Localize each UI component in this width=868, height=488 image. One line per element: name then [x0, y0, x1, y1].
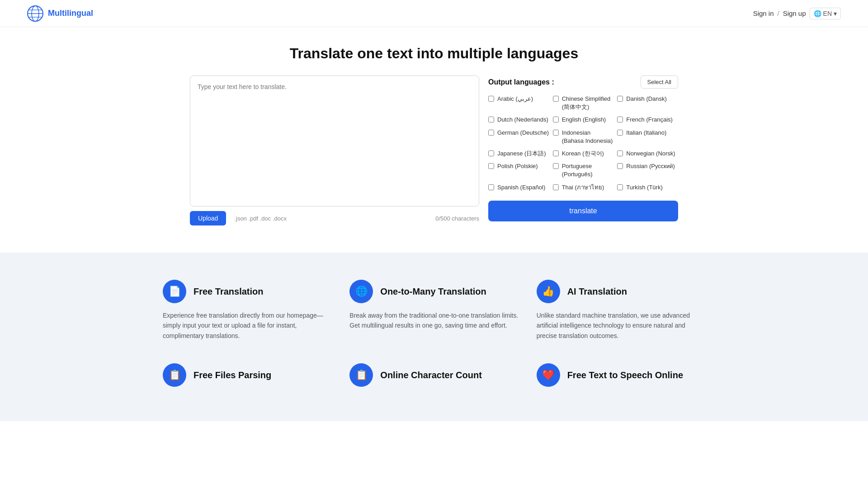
feature-header-one-to-many: 🌐 One-to-Many Translation [349, 280, 486, 303]
lang-option-dutch[interactable]: Dutch (Nederlands) [488, 116, 549, 124]
features-grid: 📄 Free Translation Experience free trans… [163, 280, 705, 394]
lang-option-norwegian[interactable]: Norwegian (Norsk) [617, 150, 678, 158]
lang-label-spanish: Spanish (Español) [497, 183, 545, 192]
lang-option-thai[interactable]: Thai (ภาษาไทย) [553, 183, 614, 192]
feature-icon-online-character-count: 📋 [349, 363, 373, 387]
feature-one-to-many: 🌐 One-to-Many Translation Break away fro… [349, 280, 518, 341]
feature-title-free-text-to-speech: Free Text to Speech Online [567, 370, 683, 380]
lang-label-french: French (Français) [626, 116, 673, 124]
feature-header-free-translation: 📄 Free Translation [163, 280, 264, 303]
lang-option-arabic[interactable]: Arabic (عربي) [488, 95, 549, 111]
lang-label-arabic: Arabic (عربي) [497, 95, 533, 103]
lang-checkbox-polish[interactable] [488, 163, 494, 169]
upload-area: Upload .json .pdf .doc .docx [190, 211, 287, 225]
lang-label-english: English (English) [562, 116, 606, 124]
lang-checkbox-norwegian[interactable] [617, 150, 623, 156]
feature-header-ai-translation: 👍 AI Translation [537, 280, 627, 303]
language-grid: Arabic (عربي) Chinese Simplified (简体中文) … [488, 95, 678, 192]
lang-option-korean[interactable]: Korean (한국어) [553, 150, 614, 158]
sign-up-link[interactable]: Sign up [783, 9, 806, 17]
feature-desc-ai-translation: Unlike standard machine translation, we … [537, 310, 705, 341]
feature-ai-translation: 👍 AI Translation Unlike standard machine… [537, 280, 705, 341]
lang-checkbox-english[interactable] [553, 117, 559, 122]
lang-checkbox-danish[interactable] [617, 96, 623, 102]
lang-header: Output languages : Select All [488, 75, 678, 89]
feature-header-free-text-to-speech: ❤️ Free Text to Speech Online [537, 363, 683, 387]
translator-area: Upload .json .pdf .doc .docx 0/500 chara… [190, 75, 678, 225]
feature-title-free-files-parsing: Free Files Parsing [193, 370, 271, 380]
output-languages-label: Output languages : [488, 78, 554, 86]
lang-label-russian: Russian (Русский) [626, 162, 675, 170]
lang-checkbox-japanese[interactable] [488, 150, 494, 156]
features-section: 📄 Free Translation Experience free trans… [0, 253, 868, 421]
feature-free-files-parsing: 📋 Free Files Parsing [163, 363, 331, 394]
char-count: 0/500 characters [435, 215, 479, 222]
lang-label-dutch: Dutch (Nederlands) [497, 116, 548, 124]
feature-header-free-files-parsing: 📋 Free Files Parsing [163, 363, 271, 387]
select-all-button[interactable]: Select All [641, 75, 678, 89]
lang-option-russian[interactable]: Russian (Русский) [617, 162, 678, 178]
lang-option-french[interactable]: French (Français) [617, 116, 678, 124]
lang-checkbox-french[interactable] [617, 117, 623, 122]
feature-free-text-to-speech: ❤️ Free Text to Speech Online [537, 363, 705, 394]
input-panel: Upload .json .pdf .doc .docx 0/500 chara… [190, 75, 479, 225]
page-title: Translate one text into multiple languag… [190, 45, 678, 62]
lang-option-chinese_simplified[interactable]: Chinese Simplified (简体中文) [553, 95, 614, 111]
lang-checkbox-indonesian[interactable] [553, 130, 559, 136]
lang-checkbox-italian[interactable] [617, 130, 623, 136]
translate-button[interactable]: translate [488, 201, 678, 221]
feature-title-free-translation: Free Translation [193, 286, 264, 297]
lang-code: EN [823, 10, 832, 17]
feature-icon-one-to-many: 🌐 [349, 280, 373, 303]
lang-option-portuguese[interactable]: Portuguese (Português) [553, 162, 614, 178]
main-section: Translate one text into multiple languag… [163, 27, 705, 253]
lang-checkbox-thai[interactable] [553, 184, 559, 190]
lang-label-polish: Polish (Polskie) [497, 162, 538, 170]
lang-checkbox-turkish[interactable] [617, 184, 623, 190]
nav-divider: / [778, 9, 779, 17]
lang-label-chinese_simplified: Chinese Simplified (简体中文) [562, 95, 614, 111]
language-selector[interactable]: 🌐 EN ▾ [810, 8, 841, 19]
lang-checkbox-german[interactable] [488, 130, 494, 136]
lang-label-indonesian: Indonesian (Bahasa Indonesia) [562, 129, 614, 145]
lang-label-thai: Thai (ภาษาไทย) [562, 183, 604, 192]
upload-button[interactable]: Upload [190, 211, 226, 225]
lang-label-portuguese: Portuguese (Português) [562, 162, 614, 178]
lang-option-polish[interactable]: Polish (Polskie) [488, 162, 549, 178]
lang-checkbox-spanish[interactable] [488, 184, 494, 190]
lang-option-german[interactable]: German (Deutsche) [488, 129, 549, 145]
lang-checkbox-chinese_simplified[interactable] [553, 96, 559, 102]
lang-label-german: German (Deutsche) [497, 129, 549, 137]
feature-online-character-count: 📋 Online Character Count [349, 363, 518, 394]
lang-option-danish[interactable]: Danish (Dansk) [617, 95, 678, 111]
lang-checkbox-portuguese[interactable] [553, 163, 559, 169]
nav-right: Sign in / Sign up 🌐 EN ▾ [753, 8, 841, 19]
text-input[interactable] [190, 75, 479, 206]
lang-option-english[interactable]: English (English) [553, 116, 614, 124]
lang-label-danish: Danish (Dansk) [626, 95, 667, 103]
lang-label-korean: Korean (한국어) [562, 150, 604, 158]
feature-title-ai-translation: AI Translation [567, 286, 627, 297]
lang-option-indonesian[interactable]: Indonesian (Bahasa Indonesia) [553, 129, 614, 145]
lang-option-japanese[interactable]: Japanese (日本語) [488, 150, 549, 158]
lang-checkbox-korean[interactable] [553, 150, 559, 156]
lang-option-turkish[interactable]: Turkish (Türk) [617, 183, 678, 192]
sign-in-link[interactable]: Sign in [753, 9, 774, 17]
lang-checkbox-russian[interactable] [617, 163, 623, 169]
feature-desc-free-translation: Experience free translation directly fro… [163, 310, 331, 341]
lang-checkbox-dutch[interactable] [488, 117, 494, 122]
feature-header-online-character-count: 📋 Online Character Count [349, 363, 481, 387]
input-footer: Upload .json .pdf .doc .docx 0/500 chara… [190, 211, 479, 225]
header: Multilingual Sign in / Sign up 🌐 EN ▾ [0, 0, 868, 27]
lang-label-italian: Italian (Italiano) [626, 129, 666, 137]
lang-option-italian[interactable]: Italian (Italiano) [617, 129, 678, 145]
lang-panel: Output languages : Select All Arabic (عر… [488, 75, 678, 221]
globe-icon: 🌐 [814, 10, 821, 17]
lang-label-japanese: Japanese (日本語) [497, 150, 546, 158]
feature-icon-ai-translation: 👍 [537, 280, 560, 303]
chevron-down-icon: ▾ [834, 10, 837, 17]
lang-checkbox-arabic[interactable] [488, 96, 494, 102]
file-types: .json .pdf .doc .docx [234, 215, 287, 222]
logo: Multilingual [27, 5, 93, 22]
lang-option-spanish[interactable]: Spanish (Español) [488, 183, 549, 192]
